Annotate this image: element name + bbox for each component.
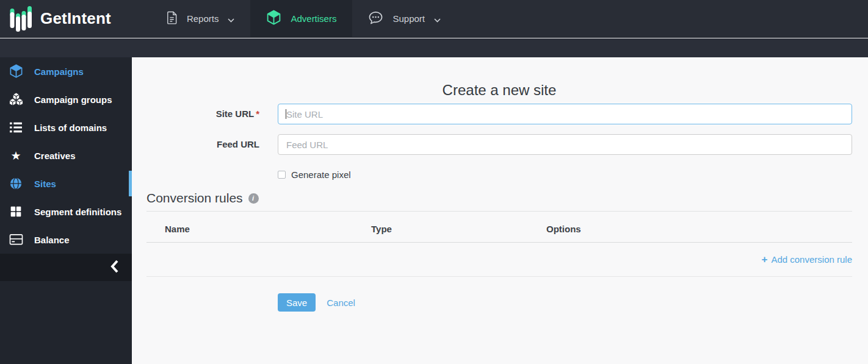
equalizer-bars-icon [9, 5, 34, 33]
conversion-rules-header: Conversion rules i [146, 191, 852, 205]
column-header-type: Type [371, 224, 546, 234]
create-site-form: Site URL* Feed URL Generate pixel [146, 104, 852, 180]
grid-icon [8, 205, 24, 218]
add-conversion-rule-link[interactable]: + Add conversion rule [761, 254, 852, 266]
sidebar-item-label: Campaign groups [34, 95, 112, 105]
nav-menu: Reports Advertisers [150, 0, 457, 38]
feed-url-label: Feed URL [146, 134, 278, 155]
sidebar-item-segment-definitions[interactable]: Segment definitions [0, 198, 132, 226]
cube-icon [8, 64, 24, 79]
nav-item-support[interactable]: Support [352, 0, 457, 38]
sidebar-item-label: Lists of domains [34, 123, 107, 133]
chevron-left-icon [110, 260, 118, 276]
sidebar-item-label: Campaigns [34, 66, 84, 77]
sidebar: Campaigns Campaign groups [0, 57, 132, 364]
sidebar-item-sites[interactable]: Sites [0, 170, 132, 198]
sidebar-item-campaigns[interactable]: Campaigns [0, 57, 132, 85]
sidebar-item-label: Creatives [34, 151, 76, 161]
plus-icon: + [761, 254, 767, 266]
cube-icon [266, 10, 281, 27]
sidebar-collapse-button[interactable] [0, 254, 132, 281]
site-url-row: Site URL* [146, 104, 852, 124]
required-asterisk: * [256, 109, 259, 119]
text-cursor [286, 109, 286, 119]
column-header-name: Name [146, 224, 371, 234]
sidebar-item-campaign-groups[interactable]: Campaign groups [0, 85, 132, 113]
nav-item-reports[interactable]: Reports [150, 0, 251, 38]
section-divider [146, 211, 852, 212]
add-rule-row: + Add conversion rule [146, 243, 852, 277]
globe-icon [8, 177, 24, 190]
conversion-rules-table: Name Type Options + Add conversion rule [146, 224, 852, 277]
generate-pixel-checkbox[interactable] [278, 171, 286, 179]
site-url-input-wrap [278, 104, 852, 124]
cancel-link[interactable]: Cancel [327, 298, 355, 308]
conversion-rules-title: Conversion rules [146, 191, 243, 205]
chevron-down-icon [434, 14, 441, 24]
cubes-icon [8, 92, 24, 107]
nav-item-label: Advertisers [291, 13, 336, 24]
list-icon [8, 121, 24, 134]
document-icon [166, 11, 178, 26]
column-header-options: Options [546, 224, 852, 234]
top-navbar: GetIntent Reports [0, 0, 868, 38]
site-url-label: Site URL* [146, 104, 278, 124]
star-icon: ★ [8, 150, 24, 162]
main-content: Create a new site Site URL* Feed URL Gen… [132, 57, 868, 364]
form-actions: Save Cancel [278, 293, 852, 312]
save-button[interactable]: Save [278, 293, 316, 312]
sidebar-item-label: Segment definitions [34, 207, 121, 217]
brand-name: GetIntent [40, 9, 111, 28]
chat-icon [368, 11, 383, 27]
sidebar-item-creatives[interactable]: ★ Creatives [0, 141, 132, 170]
secondary-bar [0, 38, 868, 57]
nav-item-label: Reports [187, 13, 219, 24]
feed-url-input[interactable] [278, 134, 852, 155]
feed-url-row: Feed URL [146, 134, 852, 155]
generate-pixel-row: Generate pixel [278, 170, 852, 180]
chevron-down-icon [228, 14, 234, 24]
sidebar-item-label: Balance [34, 235, 70, 245]
card-icon [8, 234, 24, 246]
nav-item-advertisers[interactable]: Advertisers [250, 0, 352, 38]
site-url-input[interactable] [278, 104, 852, 124]
sidebar-item-balance[interactable]: Balance [0, 226, 132, 254]
sidebar-item-label: Sites [34, 179, 56, 189]
info-icon[interactable]: i [248, 193, 259, 204]
nav-item-label: Support [392, 13, 425, 24]
table-header-row: Name Type Options [146, 224, 852, 243]
brand-logo[interactable]: GetIntent [0, 5, 111, 33]
generate-pixel-label[interactable]: Generate pixel [291, 170, 351, 180]
add-conversion-rule-label: Add conversion rule [771, 254, 852, 265]
page-title: Create a new site [146, 82, 852, 99]
feed-url-input-wrap [278, 134, 852, 155]
sidebar-item-lists-of-domains[interactable]: Lists of domains [0, 113, 132, 141]
